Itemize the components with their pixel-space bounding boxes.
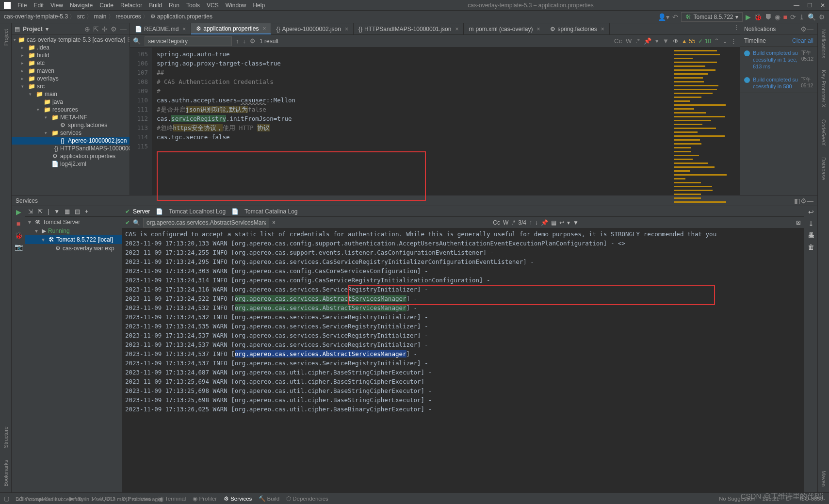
filter-icon[interactable]: ⚙ (250, 37, 256, 45)
tree-node[interactable]: ▾📁main (12, 90, 130, 98)
menu-build[interactable]: Build (146, 1, 165, 10)
service-node[interactable]: ▾▶Running (25, 227, 122, 235)
words-toggle[interactable]: W (626, 37, 632, 45)
editor-tab[interactable]: ⚙spring.factories× (545, 23, 609, 34)
close-tab-icon[interactable]: × (601, 26, 604, 33)
console-search-input[interactable] (143, 218, 269, 228)
toolwindow-toggle[interactable]: ▢ (4, 495, 9, 502)
close-icon[interactable]: ✕ (820, 2, 825, 9)
menu-refactor[interactable]: Refactor (117, 1, 145, 10)
chevron-down-icon[interactable]: ▾ (46, 26, 49, 33)
service-node[interactable]: ▾🛠Tomcat Server (25, 218, 122, 227)
maximize-icon[interactable]: ☐ (807, 2, 813, 9)
filter-icon[interactable]: ▦ (551, 219, 556, 226)
filter2-icon[interactable]: ▼ (573, 219, 579, 226)
stop-icon[interactable]: ■ (783, 13, 787, 21)
words-toggle[interactable]: W (503, 219, 508, 226)
more-icon[interactable]: ▾ (567, 219, 570, 226)
user-icon[interactable]: 👤▾ (658, 13, 669, 21)
filter2-icon[interactable]: ▼ (663, 37, 669, 45)
minimize-icon[interactable]: — (794, 2, 799, 9)
tree-node[interactable]: ▾📁META-INF (12, 114, 130, 121)
layout-icon[interactable]: ▤ (75, 208, 80, 215)
keypromoter-tab[interactable]: Key Promoter X (820, 66, 828, 112)
search-icon[interactable]: 🔍 (808, 13, 816, 21)
menu-help[interactable]: Help (250, 1, 268, 10)
wrap-icon[interactable]: ↩ (559, 219, 564, 226)
run-config-selector[interactable]: 🛠 Tomcat 8.5.722 ▾ (681, 12, 742, 22)
tree-node[interactable]: {}HTTPSandIMAPS-10000001.js (12, 145, 130, 152)
soft-wrap-icon[interactable]: ↩ (808, 208, 814, 216)
filter-icon[interactable]: ▼ (54, 208, 60, 215)
stop-icon[interactable]: ■ (16, 220, 20, 228)
tree-node[interactable]: 📁java (12, 98, 130, 106)
match-case-toggle[interactable]: Cc (614, 37, 622, 45)
menu-tools[interactable]: Tools (183, 1, 203, 10)
tree-node[interactable]: ▾📁resources (12, 106, 130, 114)
menu-file[interactable]: File (15, 1, 30, 10)
tree-node[interactable]: ▸📁overlays (12, 75, 130, 82)
suggestion-status[interactable]: No Suggestion (719, 496, 755, 502)
database-tab[interactable]: Database (820, 153, 828, 184)
menu-navigate[interactable]: Navigate (67, 1, 96, 10)
caret-position[interactable]: 115:21 (762, 496, 779, 502)
bookmarks-toolwindow-tab[interactable]: Bookmarks (2, 456, 10, 490)
menu-code[interactable]: Code (97, 1, 116, 10)
service-tab[interactable]: Server (133, 208, 150, 215)
down-icon[interactable]: ⌄ (722, 37, 728, 45)
warnings-badge[interactable]: ▲ 55 (682, 38, 696, 45)
project-toolwindow-tab[interactable]: Project (2, 25, 10, 49)
print-icon[interactable]: 🖶 (808, 231, 814, 239)
editor-tab[interactable]: mpom.xml (cas-overlay)× (464, 23, 545, 34)
menu-edit[interactable]: Edit (31, 1, 47, 10)
close-tab-icon[interactable]: × (262, 25, 266, 32)
expand-icon[interactable]: ⇱ (93, 25, 99, 33)
breadcrumb-item[interactable]: cas-overlay-template-5.3 (4, 13, 68, 20)
tree-node[interactable]: ▾📁services (12, 129, 130, 137)
encoding[interactable]: ISO-8859- (799, 496, 825, 502)
statusbar-profiler[interactable]: ◉ Profiler (193, 495, 217, 502)
pin-icon[interactable]: 📌 (541, 219, 548, 226)
search-input[interactable] (145, 36, 232, 46)
add-icon[interactable]: + (85, 208, 88, 215)
line-separator[interactable]: LF (786, 496, 793, 502)
profiler-icon[interactable]: ◉ (775, 13, 780, 21)
breadcrumb-item[interactable]: src (77, 13, 85, 20)
tree-node[interactable]: ▾📁src (12, 82, 130, 90)
statusbar-dependencies[interactable]: ⬡ Dependencies (286, 495, 328, 502)
group-icon[interactable]: ▦ (65, 208, 70, 215)
tree-node[interactable]: ▸📁.idea (12, 44, 130, 51)
tree-node[interactable]: ▸📁build (12, 51, 130, 59)
scrollbar-minimap[interactable] (672, 48, 740, 195)
breadcrumb-item[interactable]: resources (115, 13, 141, 20)
clear-all-link[interactable]: Clear all (792, 37, 813, 44)
statusbar-build[interactable]: 🔨 Build (259, 495, 279, 502)
reader-mode-icon[interactable]: 👁 (673, 38, 679, 45)
codegeex-tab[interactable]: CodeGeeX (820, 115, 828, 149)
more-icon[interactable]: ⋮ (731, 37, 737, 45)
regex-toggle[interactable]: .* (635, 37, 640, 45)
git-icon[interactable]: ⤓ (799, 13, 805, 21)
service-node[interactable]: ▾🛠Tomcat 8.5.722 [local] (25, 235, 122, 244)
service-node[interactable]: ⚙cas-overlay:war exp (25, 244, 122, 253)
pin-icon[interactable]: 📌 (644, 37, 651, 45)
hide-icon[interactable]: — (807, 25, 813, 33)
tab-menu-icon[interactable]: ⋮ (733, 23, 740, 34)
tree-node[interactable]: {}Apereo-10000002.json (12, 137, 130, 145)
hide-icon[interactable]: — (120, 25, 127, 33)
layout-icon[interactable]: ◧ (794, 197, 800, 205)
run-icon[interactable]: ▶ (746, 13, 751, 21)
regex-icon[interactable]: .* (511, 219, 515, 226)
prev-icon[interactable]: ↑ (236, 37, 239, 45)
expand-icon[interactable]: ⇲ (28, 208, 33, 215)
collapse-icon[interactable]: ✢ (102, 25, 108, 33)
debug-icon[interactable]: 🐞 (754, 13, 762, 21)
clear-icon[interactable]: 🗑 (808, 243, 814, 251)
debug-icon[interactable]: 🐞 (15, 231, 23, 239)
scroll-end-icon[interactable]: ⤓ (808, 220, 814, 228)
close-icon[interactable]: × (272, 219, 276, 226)
notification-item[interactable]: Build completed successfully in 1 sec, 6… (740, 47, 817, 73)
update-icon[interactable]: ⟳ (790, 13, 796, 21)
gear-icon[interactable]: ⚙ (800, 25, 807, 33)
editor-tab[interactable]: 📄README.md× (130, 23, 191, 34)
